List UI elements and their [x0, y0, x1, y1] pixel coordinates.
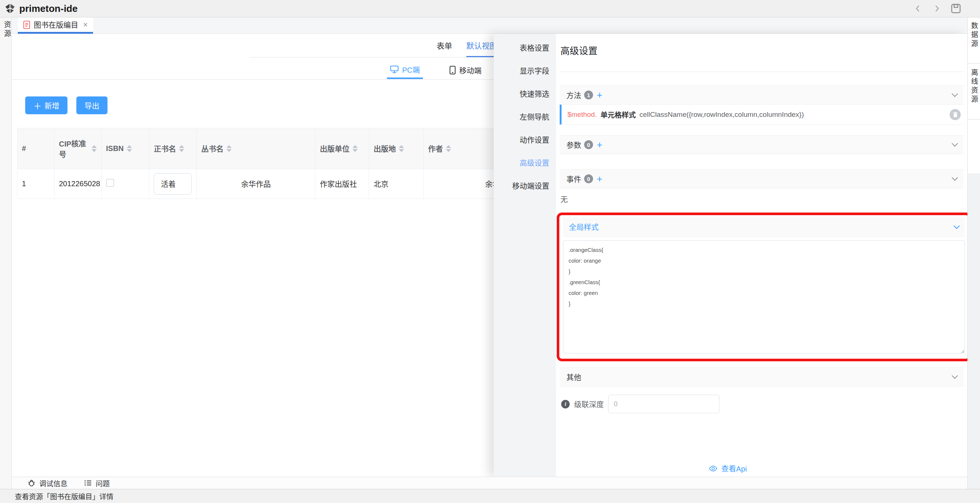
device-tabs: PC端 移动端	[12, 60, 509, 80]
section-other[interactable]: 其他	[560, 367, 964, 386]
method-name: 单元格样式	[600, 109, 636, 120]
export-button[interactable]: 导出	[76, 96, 108, 114]
sort-icon[interactable]	[399, 145, 404, 152]
menu-item-mobile-settings[interactable]: 移动端设置	[494, 174, 556, 197]
debug-info-button[interactable]: 调试信息	[27, 478, 67, 488]
back-icon[interactable]	[913, 4, 923, 13]
table-row[interactable]: 1 2012265028 余华作品 作家出版社 北京 余华, 著	[18, 169, 573, 199]
sort-icon[interactable]	[92, 145, 97, 152]
sort-icon[interactable]	[226, 145, 232, 152]
menu-item-display-fields[interactable]: 显示字段	[494, 59, 556, 82]
isbn-checkbox[interactable]	[106, 179, 114, 187]
column-header-cip[interactable]: CIP核准号	[54, 128, 102, 169]
settings-menu: 表格设置 显示字段 快速筛选 左侧导航 动作设置 高级设置 移动端设置	[494, 34, 556, 477]
events-count-badge: 0	[584, 174, 593, 183]
tab-bar: 图书在版编目 ×	[12, 18, 967, 34]
menu-item-quick-filter[interactable]: 快速筛选	[494, 82, 556, 105]
left-sidebar: 资源	[0, 18, 12, 489]
chevron-down-icon[interactable]	[954, 223, 960, 229]
sort-icon[interactable]	[179, 145, 184, 152]
menu-item-left-nav[interactable]: 左侧导航	[494, 105, 556, 128]
sort-icon[interactable]	[353, 145, 358, 152]
eye-icon	[709, 464, 718, 473]
app-window: primeton-ide 资源 图书在版编目	[0, 0, 980, 503]
forward-icon[interactable]	[932, 4, 942, 13]
column-header-place[interactable]: 出版地	[369, 128, 424, 169]
section-events[interactable]: 事件 0 +	[560, 169, 964, 188]
save-icon[interactable]	[950, 3, 961, 14]
chevron-down-icon[interactable]	[952, 373, 958, 379]
title-input[interactable]	[154, 173, 192, 195]
highlight-annotation-box: 全局样式 .orangeClass{ color: orange } .gree…	[557, 212, 971, 361]
menu-item-advanced-settings[interactable]: 高级设置	[494, 151, 556, 174]
debug-bar: 调试信息 问题	[12, 477, 967, 489]
trash-icon	[953, 112, 958, 118]
tab-pc[interactable]: PC端	[387, 61, 423, 79]
tab-mobile-label: 移动端	[459, 65, 482, 76]
right-sidebar: 数据源 离线资源	[967, 18, 980, 489]
cell-index: 1	[18, 169, 54, 199]
section-methods[interactable]: 方法 1 +	[560, 85, 964, 105]
app-title: primeton-ide	[19, 3, 78, 14]
sidebar-item-datasource[interactable]: 数据源	[968, 18, 980, 64]
sort-icon[interactable]	[446, 145, 451, 152]
tab-mobile[interactable]: 移动端	[446, 61, 484, 79]
sidebar-filler	[968, 173, 980, 489]
info-icon: i	[561, 400, 570, 409]
add-button[interactable]: ＋ 新增	[25, 96, 67, 114]
cell-cip: 2012265028	[54, 169, 102, 199]
sidebar-item-offline-resources[interactable]: 离线资源	[968, 64, 980, 120]
cell-series: 余华作品	[197, 169, 315, 199]
add-event-icon[interactable]: +	[597, 174, 602, 184]
global-style-textarea[interactable]: .orangeClass{ color: orange } .greenClas…	[563, 240, 965, 353]
menu-item-action-settings[interactable]: 动作设置	[494, 128, 556, 151]
add-method-icon[interactable]: +	[597, 90, 602, 100]
tab-book-catalog[interactable]: 图书在版编目 ×	[18, 18, 93, 34]
section-params[interactable]: 参数 0 +	[560, 135, 964, 154]
issues-button[interactable]: 问题	[84, 478, 110, 488]
method-item[interactable]: $method. 单元格样式 cellClassName({row,rowInd…	[560, 105, 964, 125]
panel-title: 高级设置	[560, 43, 964, 57]
cell-publisher: 作家出版社	[315, 169, 369, 199]
chevron-down-icon[interactable]	[952, 141, 958, 147]
view-tabs: 表单 默认视图	[437, 40, 497, 57]
cascade-depth-input[interactable]	[608, 395, 719, 413]
delete-method-button[interactable]	[950, 109, 961, 120]
document-icon	[23, 21, 30, 29]
column-header-isbn[interactable]: ISBN	[102, 128, 150, 169]
method-prefix: $method.	[568, 110, 597, 119]
chevron-down-icon[interactable]	[952, 175, 958, 181]
tab-form[interactable]: 表单	[437, 40, 452, 57]
chevron-down-icon[interactable]	[952, 91, 958, 97]
cell-isbn	[102, 169, 150, 199]
settings-drawer: 表格设置 显示字段 快速筛选 左侧导航 动作设置 高级设置 移动端设置 高级设置…	[494, 34, 967, 477]
sidebar-item-resources[interactable]: 资源	[2, 21, 12, 38]
tab-label: 图书在版编目	[34, 19, 78, 30]
phone-icon	[449, 65, 456, 75]
cascade-depth-row: i 级联深度	[560, 395, 964, 413]
view-api-link[interactable]: 查看Api	[709, 463, 747, 474]
data-table: # CIP核准号 ISBN 正书名 丛	[17, 128, 573, 199]
column-header-publisher[interactable]: 出版单位	[315, 128, 369, 169]
status-bar: 查看资源「图书在版编目」详情	[0, 489, 980, 503]
tab-pc-label: PC端	[402, 64, 420, 75]
monitor-icon	[390, 65, 399, 73]
close-icon[interactable]: ×	[83, 21, 88, 29]
cell-place: 北京	[369, 169, 424, 199]
sort-icon[interactable]	[127, 145, 132, 152]
bug-icon	[27, 479, 36, 487]
tab-default-view[interactable]: 默认视图	[466, 40, 497, 57]
params-count-badge: 0	[584, 140, 593, 149]
list-icon	[84, 479, 92, 487]
column-header-title[interactable]: 正书名	[150, 128, 197, 169]
divider	[249, 57, 509, 57]
menu-item-table-settings[interactable]: 表格设置	[494, 36, 556, 59]
advanced-settings-panel: 高级设置 方法 1 + $method. 单元格样式 cellClassName…	[556, 34, 967, 477]
column-header-series[interactable]: 丛书名	[197, 128, 315, 169]
column-header-index: #	[18, 128, 54, 169]
cell-title	[150, 169, 197, 199]
section-global-style[interactable]: 全局样式	[563, 217, 965, 237]
add-param-icon[interactable]: +	[597, 140, 602, 150]
methods-count-badge: 1	[584, 91, 593, 99]
plus-icon: ＋	[33, 99, 41, 111]
